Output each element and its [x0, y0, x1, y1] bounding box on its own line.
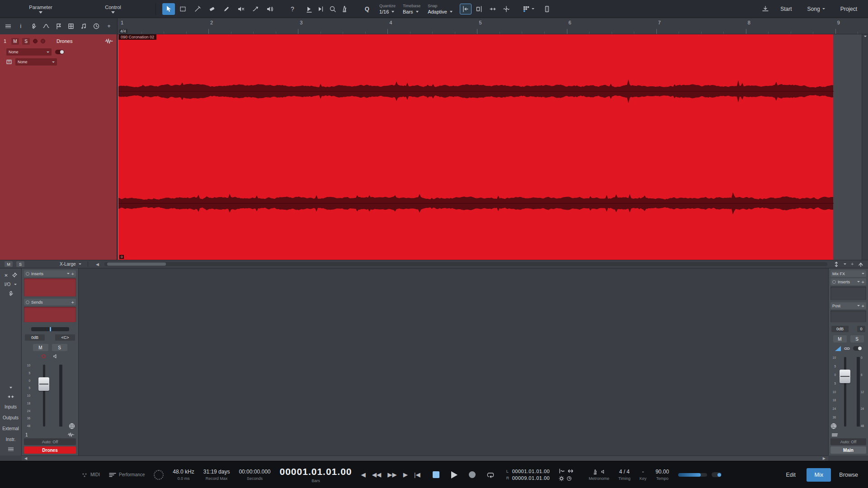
fast-forward-button[interactable]: ▶▶ [387, 471, 397, 478]
power-icon[interactable] [26, 272, 29, 276]
track-mute-button[interactable]: M [11, 38, 19, 45]
input-monitor-toggle[interactable] [55, 50, 64, 54]
snap-to-grid-button[interactable] [460, 4, 472, 14]
add-insert-button[interactable]: + [71, 272, 74, 276]
inserts-header[interactable]: Inserts + [24, 270, 76, 277]
track-header[interactable]: 1 M S Drones [0, 35, 117, 47]
track-input-dropdown[interactable]: None [6, 48, 52, 56]
vertical-scrollbar[interactable] [862, 34, 868, 260]
notifications-tray-button[interactable] [760, 3, 771, 15]
channel-solo-button[interactable]: S [52, 344, 67, 351]
pan-slider[interactable] [31, 327, 69, 331]
fader-handle[interactable] [840, 370, 850, 383]
precount-icon[interactable] [566, 476, 572, 481]
inspector-button[interactable]: i [15, 21, 26, 32]
add-track-button[interactable]: + [104, 21, 114, 32]
power-icon[interactable] [832, 280, 836, 284]
wrench-icon[interactable] [8, 291, 14, 296]
range-tool-button[interactable] [177, 3, 189, 15]
nav-song-button[interactable]: Song [801, 3, 831, 15]
browse-view-button[interactable]: Browse [835, 468, 863, 482]
loop-range-display[interactable]: L 00001.01.01.00 R 00009.01.01.00 [506, 469, 550, 481]
snap-zero-crossing-button[interactable] [500, 4, 512, 14]
channel-gain-value[interactable]: 0dB [25, 334, 45, 341]
scrollbar-thumb[interactable] [107, 263, 166, 266]
stop-button[interactable] [429, 469, 443, 481]
zoom-vertical-icon[interactable] [834, 262, 839, 267]
meter-mode-icon[interactable] [835, 346, 841, 351]
zoom-in-button[interactable]: + [851, 262, 854, 267]
inserts-slot-area[interactable] [24, 278, 76, 296]
track-layers-button[interactable] [541, 3, 553, 15]
play-from-cursor-button[interactable] [315, 3, 327, 15]
time-display-button[interactable] [91, 21, 102, 32]
close-console-button[interactable]: ✕ [4, 273, 8, 278]
channel-name-label[interactable]: Drones [24, 446, 76, 454]
track-list-menu-button[interactable] [3, 21, 14, 32]
secondary-time-cell[interactable]: 00:00:00.000 Seconds [239, 469, 270, 481]
preroll-icon[interactable] [559, 469, 565, 474]
timebase-value-dropdown[interactable]: Bars [403, 9, 420, 14]
globe-knob-icon[interactable] [830, 423, 837, 429]
console-outputs-button[interactable]: Outputs [3, 412, 19, 423]
horizontal-scrollbar[interactable] [104, 262, 828, 266]
pin-icon[interactable] [12, 272, 17, 278]
master-gain-value[interactable]: 0dB [831, 326, 849, 332]
console-external-button[interactable]: External [2, 423, 19, 434]
mute-tool-button[interactable] [235, 3, 247, 15]
master-automation-mode-button[interactable]: Auto: Off [830, 438, 866, 445]
gear-icon[interactable] [559, 476, 564, 481]
mixfx-header[interactable]: Mix FX [830, 270, 866, 277]
previous-marker-button[interactable]: ◀ [361, 471, 366, 478]
performance-indicator[interactable]: Performance [109, 472, 145, 478]
split-tool-button[interactable] [191, 3, 204, 15]
console-inputs-button[interactable]: Inputs [5, 401, 17, 412]
bend-tool-button[interactable] [249, 3, 262, 15]
arrangement-area[interactable]: 090 Coronation 02 0 [118, 34, 868, 260]
link-icon[interactable] [844, 347, 850, 351]
automation-button[interactable] [41, 21, 52, 32]
meter-toggle[interactable] [853, 346, 862, 351]
loop-button[interactable] [484, 469, 497, 481]
event-gain-badge[interactable]: 0 [119, 255, 124, 259]
track-solo-button[interactable]: S [22, 38, 30, 45]
io-dropdown[interactable]: I/O [0, 280, 21, 289]
output-level-slider[interactable] [678, 473, 707, 477]
audio-event[interactable]: 090 Coronation 02 0 [118, 34, 833, 260]
fader-track[interactable] [43, 365, 45, 427]
marker-button[interactable] [53, 21, 64, 32]
globe-knob-icon[interactable] [69, 423, 75, 429]
fader-track[interactable] [844, 357, 846, 427]
master-inserts-header[interactable]: Inserts + [830, 278, 866, 285]
mix-view-button[interactable]: Mix [807, 468, 831, 482]
track-setup-button[interactable] [28, 21, 39, 32]
next-marker-button[interactable]: ▶ [403, 471, 408, 478]
snap-relative-button[interactable] [487, 4, 499, 14]
snap-to-bar-button[interactable] [473, 4, 485, 14]
master-mute-button[interactable]: M [833, 335, 847, 343]
return-to-zero-button[interactable]: |◀ [414, 471, 420, 478]
main-time-display[interactable]: 00001.01.01.00 Bars [280, 466, 352, 483]
post-slot-area[interactable] [830, 310, 866, 322]
help-button[interactable]: ? [288, 5, 297, 13]
scroll-down-button[interactable] [0, 383, 21, 392]
quantize-value-dropdown[interactable]: 1/16 [379, 9, 396, 14]
input-quantize-button[interactable]: Q [362, 5, 372, 12]
monitor-button[interactable] [41, 39, 45, 43]
control-dropdown[interactable]: Control [77, 1, 149, 17]
grid-view-button[interactable] [66, 21, 76, 32]
zoom-q-button[interactable] [327, 3, 339, 15]
edit-view-button[interactable]: Edit [778, 468, 803, 482]
rewind-button[interactable]: ◀◀ [372, 471, 382, 478]
post-header[interactable]: Post + [830, 302, 866, 309]
add-post-button[interactable]: + [862, 304, 864, 308]
console-instr-button[interactable]: Instr. [6, 434, 16, 445]
master-name-label[interactable]: Main [830, 446, 866, 454]
autopunch-icon[interactable] [567, 469, 574, 474]
timing-cell[interactable]: 4 / 4 Timing [618, 469, 631, 481]
record-arm-button[interactable] [33, 39, 38, 43]
record-arm-icon[interactable] [42, 354, 46, 358]
arrow-tool-button[interactable] [162, 3, 175, 15]
timeline-ruler[interactable]: 123456789 4/4 [118, 18, 868, 34]
zoom-preset-icon[interactable] [858, 262, 863, 267]
